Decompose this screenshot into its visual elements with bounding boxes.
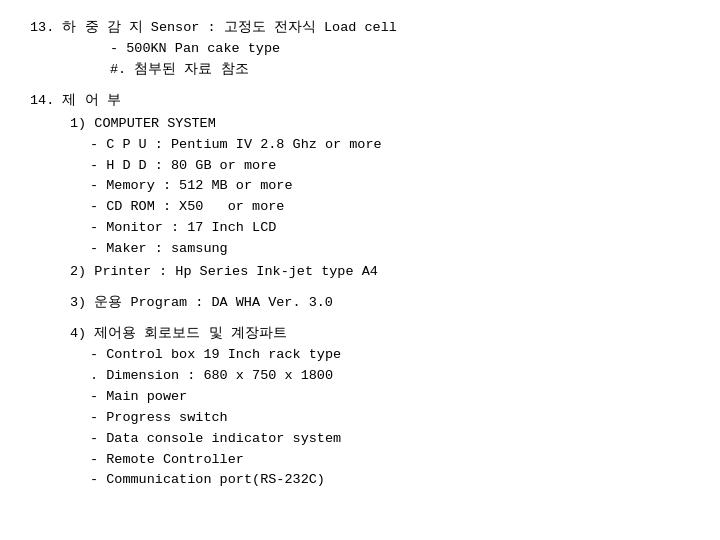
- control-header: 4) 제어용 회로보드 및 계장파트: [30, 324, 690, 345]
- cpu-line: - C P U : Pentium IV 2.8 Ghz or more: [30, 135, 690, 156]
- item-14: 14. 제 어 부: [30, 91, 690, 112]
- item-13: 13. 하 중 감 지 Sensor : 고정도 전자식 Load cell -…: [30, 18, 690, 81]
- sub3-program: 3) 운용 Program : DA WHA Ver. 3.0: [30, 293, 690, 314]
- page-content: 13. 하 중 감 지 Sensor : 고정도 전자식 Load cell -…: [30, 18, 690, 491]
- sub1-computer-system: 1) COMPUTER SYSTEM - C P U : Pentium IV …: [30, 114, 690, 260]
- monitor-line: - Monitor : 17 Inch LCD: [30, 218, 690, 239]
- sub4-control: 4) 제어용 회로보드 및 계장파트 - Control box 19 Inch…: [30, 324, 690, 491]
- maker-line: - Maker : samsung: [30, 239, 690, 260]
- dimension-line: . Dimension : 680 x 750 x 1800: [30, 366, 690, 387]
- item-13-label: 13. 하 중 감 지 Sensor : 고정도 전자식 Load cell: [30, 18, 690, 39]
- progress-line: - Progress switch: [30, 408, 690, 429]
- memory-line: - Memory : 512 MB or more: [30, 176, 690, 197]
- communication-line: - Communication port(RS-232C): [30, 470, 690, 491]
- computer-system-header: 1) COMPUTER SYSTEM: [30, 114, 690, 135]
- item-13-sub2: #. 첨부된 자료 참조: [30, 60, 690, 81]
- controlbox-line: - Control box 19 Inch rack type: [30, 345, 690, 366]
- cdrom-line: - CD ROM : X50 or more: [30, 197, 690, 218]
- mainpower-line: - Main power: [30, 387, 690, 408]
- printer-label: 2) Printer : Hp Series Ink-jet type A4: [30, 262, 690, 283]
- program-label: 3) 운용 Program : DA WHA Ver. 3.0: [30, 293, 690, 314]
- hdd-line: - H D D : 80 GB or more: [30, 156, 690, 177]
- sub2-printer: 2) Printer : Hp Series Ink-jet type A4: [30, 262, 690, 283]
- dataconsole-line: - Data console indicator system: [30, 429, 690, 450]
- item-13-sub1: - 500KN Pan cake type: [30, 39, 690, 60]
- remote-line: - Remote Controller: [30, 450, 690, 471]
- item-14-label: 14. 제 어 부: [30, 91, 690, 112]
